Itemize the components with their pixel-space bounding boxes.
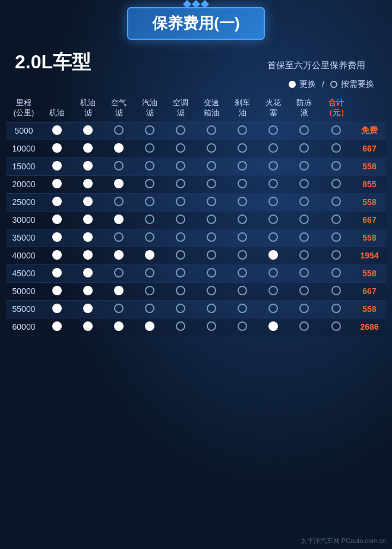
cell-oil-filter [72, 211, 103, 229]
cell-km: 30000 [6, 211, 42, 229]
filled-indicator [145, 250, 154, 260]
header-air-filter: 空气滤 [103, 94, 134, 122]
cell-coolant-1 [289, 282, 320, 300]
cell-fuel-filter [134, 175, 165, 193]
cell-oil-filter [72, 193, 103, 211]
cell-total: 558 [353, 229, 386, 247]
cell-km: 55000 [6, 300, 42, 318]
filled-indicator [268, 250, 278, 260]
empty-indicator [331, 268, 341, 277]
filled-indicator [83, 197, 93, 206]
cell-trans-oil [196, 318, 227, 336]
empty-indicator [268, 197, 278, 206]
empty-indicator [114, 197, 124, 206]
cell-spark [258, 229, 289, 247]
filled-indicator [83, 304, 93, 313]
cell-ac-filter [165, 318, 196, 336]
empty-indicator [176, 179, 185, 188]
cell-ac-filter [165, 140, 196, 157]
cell-total: 855 [353, 175, 386, 193]
empty-indicator [114, 268, 124, 277]
empty-indicator [238, 304, 247, 313]
cell-fuel-filter [134, 157, 165, 175]
cell-air-filter [103, 175, 134, 193]
empty-indicator [299, 143, 309, 153]
empty-indicator [176, 250, 185, 260]
cell-trans-oil [196, 175, 227, 193]
empty-indicator [176, 214, 185, 224]
empty-indicator [238, 250, 247, 260]
filled-indicator [52, 179, 62, 188]
cell-km: 60000 [6, 318, 42, 336]
empty-indicator [207, 125, 216, 135]
cell-brake-oil [227, 193, 258, 211]
cell-coolant-2 [320, 247, 353, 264]
cell-trans-oil [196, 229, 227, 247]
table-row: 35000558 [6, 229, 386, 247]
filled-indicator [83, 232, 93, 242]
header-brake-oil: 刹车油 [227, 94, 258, 122]
legend-row: 更换 / 按需要换 [6, 77, 386, 94]
empty-indicator [145, 214, 154, 224]
filled-indicator [83, 286, 93, 295]
filled-dot-icon [289, 81, 296, 88]
cell-spark [258, 175, 289, 193]
cell-air-filter [103, 282, 134, 300]
empty-indicator [331, 143, 341, 153]
cell-ac-filter [165, 157, 196, 175]
empty-indicator [299, 214, 309, 224]
empty-indicator [299, 161, 309, 171]
empty-indicator [145, 304, 154, 313]
filled-indicator [114, 286, 124, 295]
header-oil-filter: 机油滤 [72, 94, 103, 122]
empty-indicator [268, 232, 278, 242]
cell-oil-filter [72, 318, 103, 336]
empty-indicator [114, 304, 124, 313]
cell-coolant-2 [320, 193, 353, 211]
cell-trans-oil [196, 211, 227, 229]
subtitle-label: 首保至六万公里保养费用 [267, 60, 365, 71]
header-spark: 火花塞 [258, 94, 289, 122]
filled-indicator [52, 143, 62, 153]
cell-oil-filter [72, 122, 103, 140]
header-trans-oil: 变速箱油 [196, 94, 227, 122]
empty-indicator [299, 268, 309, 277]
empty-indicator [299, 321, 309, 331]
cell-oil-filter [72, 282, 103, 300]
cell-spark [258, 300, 289, 318]
cell-coolant-2 [320, 264, 353, 282]
empty-indicator [238, 197, 247, 206]
cell-oil-filter [72, 140, 103, 157]
cell-km: 35000 [6, 229, 42, 247]
cell-spark [258, 122, 289, 140]
empty-indicator [176, 232, 185, 242]
cell-fuel-filter [134, 282, 165, 300]
cell-coolant-1 [289, 193, 320, 211]
filled-indicator [83, 214, 93, 224]
filled-indicator [83, 161, 93, 171]
cell-total: 558 [353, 300, 386, 318]
empty-dot-icon [330, 81, 337, 88]
filled-indicator [52, 304, 62, 313]
cell-ac-filter [165, 175, 196, 193]
empty-indicator [299, 250, 309, 260]
empty-indicator [207, 268, 216, 277]
empty-indicator [207, 321, 216, 331]
cell-fuel-filter [134, 211, 165, 229]
cell-km: 45000 [6, 264, 42, 282]
cell-air-filter [103, 229, 134, 247]
table-row: 45000558 [6, 264, 386, 282]
table-row: 15000558 [6, 157, 386, 175]
cell-coolant-1 [289, 229, 320, 247]
filled-indicator [83, 143, 93, 153]
cell-coolant-2 [320, 140, 353, 157]
cell-km: 15000 [6, 157, 42, 175]
cell-oil [42, 140, 72, 157]
cell-total: 2686 [353, 318, 386, 336]
table-row: 20000855 [6, 175, 386, 193]
cell-total: 667 [353, 282, 386, 300]
cell-coolant-1 [289, 300, 320, 318]
cell-oil [42, 247, 72, 264]
cell-total: 558 [353, 264, 386, 282]
cell-coolant-2 [320, 229, 353, 247]
